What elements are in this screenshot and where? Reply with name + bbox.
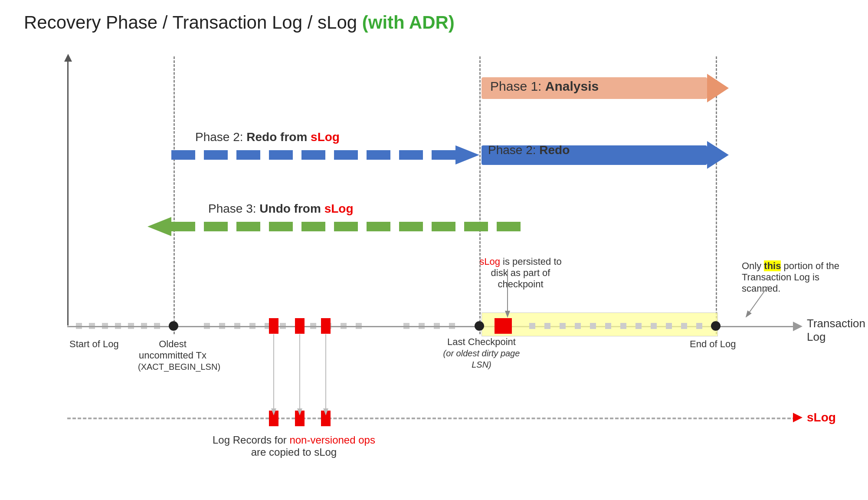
red-record-2 xyxy=(295,318,305,334)
phase1-label: Phase 1: Analysis xyxy=(490,79,599,94)
only-this-arrow xyxy=(737,286,772,321)
phase3-slog-label: Phase 3: Undo from sLog xyxy=(208,202,354,216)
slog-persisted-arrow xyxy=(501,269,514,321)
svg-marker-7 xyxy=(147,217,171,236)
svg-line-12 xyxy=(746,286,768,317)
end-of-log-label: End of Log xyxy=(690,339,736,350)
oldest-uncommitted-label: Oldest uncommitted Tx (XACT_BEGIN_LSN) xyxy=(138,339,207,372)
red-record-arrows xyxy=(260,334,338,421)
title-part1: Recovery Phase / Transaction Log / sLog xyxy=(24,12,362,33)
transaction-log-label: Transaction Log xyxy=(807,317,868,344)
slog-label: sLog xyxy=(807,411,836,424)
slog-arrow xyxy=(793,413,802,422)
last-checkpoint-label: Last Checkpoint (or oldest dirty page LS… xyxy=(438,336,525,370)
log-record xyxy=(651,323,657,329)
y-axis xyxy=(67,56,69,326)
log-record xyxy=(560,323,566,329)
log-record xyxy=(681,323,687,329)
log-records-label: Log Records for non-versioned ops are co… xyxy=(213,434,375,458)
diagram: { "title": { "part1": "Recovery Phase / … xyxy=(0,0,868,500)
log-record xyxy=(605,323,611,329)
log-record xyxy=(590,323,596,329)
dot-last-checkpoint xyxy=(475,321,484,331)
red-record-3 xyxy=(321,318,331,334)
vline-2 xyxy=(479,56,481,334)
log-record xyxy=(635,323,642,329)
vline-1 xyxy=(174,56,175,334)
page-title: Recovery Phase / Transaction Log / sLog … xyxy=(24,12,455,33)
phase2-slog-arrow xyxy=(171,141,479,169)
log-record xyxy=(696,323,702,329)
start-of-log-label: Start of Log xyxy=(69,339,119,350)
dot-end-of-log xyxy=(711,321,721,331)
slog-persisted-label: sLog is persisted todisk as part ofcheck… xyxy=(475,256,566,290)
red-record-1 xyxy=(269,318,278,334)
phase2-slog-label: Phase 2: Redo from sLog xyxy=(195,130,340,144)
phase3-slog-arrow xyxy=(147,213,521,241)
svg-marker-4 xyxy=(455,145,479,164)
svg-marker-2 xyxy=(707,74,729,102)
svg-marker-6 xyxy=(707,141,729,169)
title-part2: (with ADR) xyxy=(362,12,455,33)
log-record xyxy=(575,323,581,329)
log-record xyxy=(544,323,550,329)
log-record xyxy=(620,323,626,329)
phase2-redo-label: Phase 2: Redo xyxy=(488,143,570,157)
log-record xyxy=(529,323,535,329)
slog-dashed-line xyxy=(67,418,796,419)
timeline-arrow xyxy=(793,322,802,331)
log-record xyxy=(666,323,672,329)
dot-oldest-uncommitted xyxy=(169,321,178,331)
